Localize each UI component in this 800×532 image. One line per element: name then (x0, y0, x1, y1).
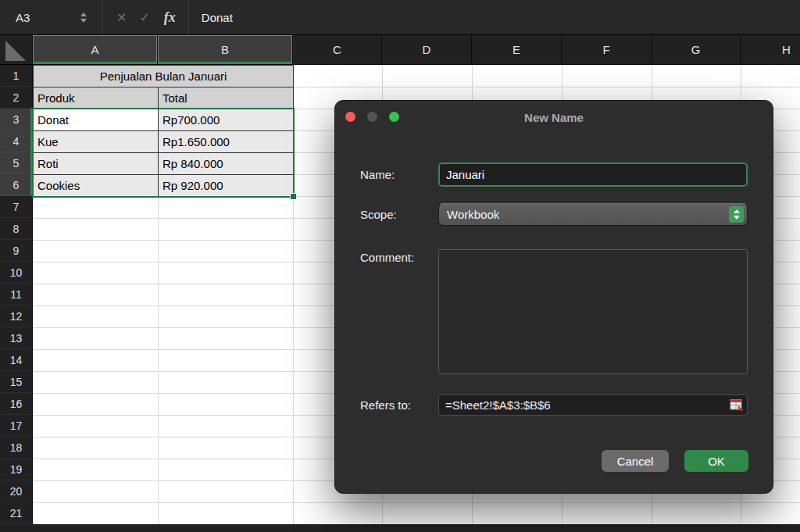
refers-label: Refers to: (360, 395, 411, 416)
formula-bar: A3 ✕ ✓ fx Donat (0, 0, 800, 35)
column-header-g[interactable]: G (652, 35, 741, 64)
column-header-e[interactable]: E (472, 35, 562, 64)
cell-reference-box[interactable]: A3 (0, 11, 78, 24)
column-header-a[interactable]: A (33, 35, 158, 64)
row-header-15[interactable]: 15 (0, 371, 32, 393)
comment-label: Comment: (360, 251, 414, 264)
comment-textarea[interactable] (438, 249, 748, 374)
cell-b6[interactable]: Rp 920.000 (159, 175, 294, 197)
data-table: Penjualan Bulan Januari Produk Total Don… (33, 65, 294, 197)
row-header-3[interactable]: 3 (0, 109, 32, 130)
chevron-up-icon (734, 209, 740, 213)
row-header-9[interactable]: 9 (0, 240, 32, 262)
stepper-down-icon (80, 19, 87, 23)
row-header-10[interactable]: 10 (0, 262, 32, 284)
ok-button[interactable]: OK (684, 450, 748, 472)
range-selector-icon[interactable] (730, 398, 744, 411)
cell-a1-title[interactable]: Penjualan Bulan Januari (34, 66, 294, 87)
dropdown-stepper-icon (729, 206, 744, 223)
row-header-17[interactable]: 17 (0, 415, 32, 437)
row-header-19[interactable]: 19 (0, 459, 32, 480)
new-name-dialog: New Name Name: Scope: Workbook Comment: … (334, 100, 773, 494)
row-header-gutter: 123456789101112131415161718192021 (0, 65, 33, 524)
window-bottom-edge (0, 524, 800, 532)
column-header-f[interactable]: F (562, 35, 652, 64)
cell-b4[interactable]: Rp1.650.000 (159, 131, 294, 153)
row-header-1[interactable]: 1 (0, 65, 32, 87)
dialog-title: New Name (335, 111, 773, 124)
confirm-entry-icon[interactable]: ✓ (139, 10, 149, 25)
cell-b3[interactable]: Rp700.000 (159, 109, 294, 131)
refers-input[interactable] (438, 395, 748, 416)
excel-window: A3 ✕ ✓ fx Donat 123456789101112131415161… (0, 0, 800, 532)
row-header-13[interactable]: 13 (0, 327, 32, 349)
scope-dropdown[interactable]: Workbook (438, 203, 748, 226)
gridline-horizontal (33, 502, 800, 503)
row-header-16[interactable]: 16 (0, 393, 32, 415)
row-header-14[interactable]: 14 (0, 349, 32, 371)
cell-reference: A3 (16, 11, 30, 24)
column-header-d[interactable]: D (382, 35, 472, 64)
fill-handle[interactable] (290, 193, 297, 200)
cell-a3[interactable]: Donat (34, 109, 159, 131)
name-label: Name: (360, 162, 395, 187)
cell-a6[interactable]: Cookies (34, 175, 159, 197)
row-header-12[interactable]: 12 (0, 305, 32, 327)
insert-function-icon[interactable]: fx (164, 9, 176, 26)
column-header-b[interactable]: B (158, 35, 293, 64)
cell-a5[interactable]: Roti (34, 153, 159, 175)
row-header-21[interactable]: 21 (0, 502, 32, 524)
row-header-4[interactable]: 4 (0, 130, 32, 152)
column-header-row: ABCDEFGH (0, 35, 800, 65)
refers-field (438, 395, 748, 416)
stepper-up-icon (80, 12, 87, 16)
formula-input[interactable]: Donat (202, 11, 233, 24)
chevron-down-icon (734, 216, 740, 220)
divider (188, 0, 189, 35)
row-header-20[interactable]: 20 (0, 480, 32, 502)
cell-a2-produk[interactable]: Produk (34, 87, 159, 109)
cancel-button[interactable]: Cancel (602, 450, 669, 472)
row-header-18[interactable]: 18 (0, 437, 32, 459)
row-header-11[interactable]: 11 (0, 284, 32, 305)
row-header-7[interactable]: 7 (0, 196, 32, 218)
scope-selected-value: Workbook (447, 208, 499, 221)
cell-a4[interactable]: Kue (34, 131, 159, 153)
column-header-c[interactable]: C (293, 35, 382, 64)
scope-label: Scope: (360, 203, 397, 226)
name-input[interactable] (438, 162, 748, 187)
column-header-h[interactable]: H (741, 35, 800, 64)
cancel-entry-icon[interactable]: ✕ (116, 10, 127, 25)
row-header-6[interactable]: 6 (0, 174, 32, 196)
row-header-2[interactable]: 2 (0, 87, 32, 109)
name-box-stepper[interactable] (78, 12, 89, 23)
divider (102, 0, 102, 35)
cell-b2-total[interactable]: Total (159, 87, 294, 109)
row-header-5[interactable]: 5 (0, 152, 32, 174)
cell-b5[interactable]: Rp 840.000 (159, 153, 294, 175)
select-all-corner[interactable] (0, 35, 33, 65)
row-header-8[interactable]: 8 (0, 218, 32, 240)
